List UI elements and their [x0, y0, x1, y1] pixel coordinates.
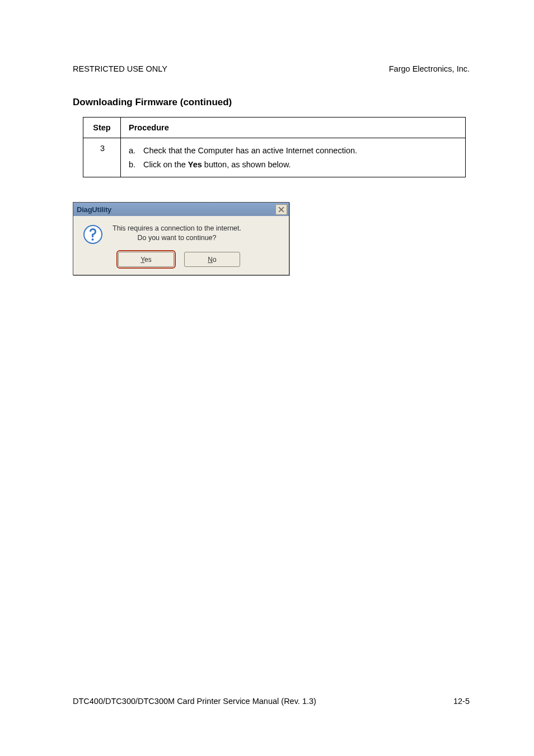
footer-left: DTC400/DTC300/DTC300M Card Printer Servi…: [73, 697, 316, 706]
procedure-cell: a. Check that the Computer has an active…: [121, 138, 466, 177]
header-right: Fargo Electronics, Inc.: [389, 64, 470, 73]
no-button[interactable]: No: [184, 252, 240, 267]
close-icon: [278, 206, 284, 213]
table-row: 3 a. Check that the Computer has an acti…: [83, 138, 466, 177]
header-left: RESTRICTED USE ONLY: [73, 64, 167, 73]
dialog-message: This requires a connection to the intern…: [113, 224, 245, 243]
dialog-window: DiagUtility This requires a connection t…: [73, 202, 289, 275]
list-item: a. Check that the Computer has an active…: [129, 144, 458, 158]
list-item: b. Click on the Yes button, as shown bel…: [129, 158, 458, 172]
item-marker-a: a.: [129, 144, 143, 158]
col-procedure-header: Procedure: [121, 118, 466, 138]
close-button[interactable]: [275, 204, 287, 215]
item-text-b: Click on the Yes button, as shown below.: [143, 158, 291, 172]
procedure-table: Step Procedure 3 a. Check that the Compu…: [83, 117, 466, 177]
step-number: 3: [83, 138, 121, 177]
section-heading: Downloading Firmware (continued): [73, 97, 470, 108]
dialog-body: This requires a connection to the intern…: [73, 216, 289, 275]
footer-right: 12-5: [453, 697, 470, 706]
item-marker-b: b.: [129, 158, 143, 172]
page-header: RESTRICTED USE ONLY Fargo Electronics, I…: [73, 64, 470, 73]
dialog-title: DiagUtility: [77, 205, 111, 214]
dialog-titlebar[interactable]: DiagUtility: [73, 203, 289, 216]
page-footer: DTC400/DTC300/DTC300M Card Printer Servi…: [73, 697, 470, 706]
col-step-header: Step: [83, 118, 121, 138]
yes-button[interactable]: Yes: [118, 252, 174, 267]
question-icon: [83, 225, 102, 244]
item-text-a: Check that the Computer has an active In…: [143, 144, 357, 158]
svg-point-3: [92, 238, 94, 241]
